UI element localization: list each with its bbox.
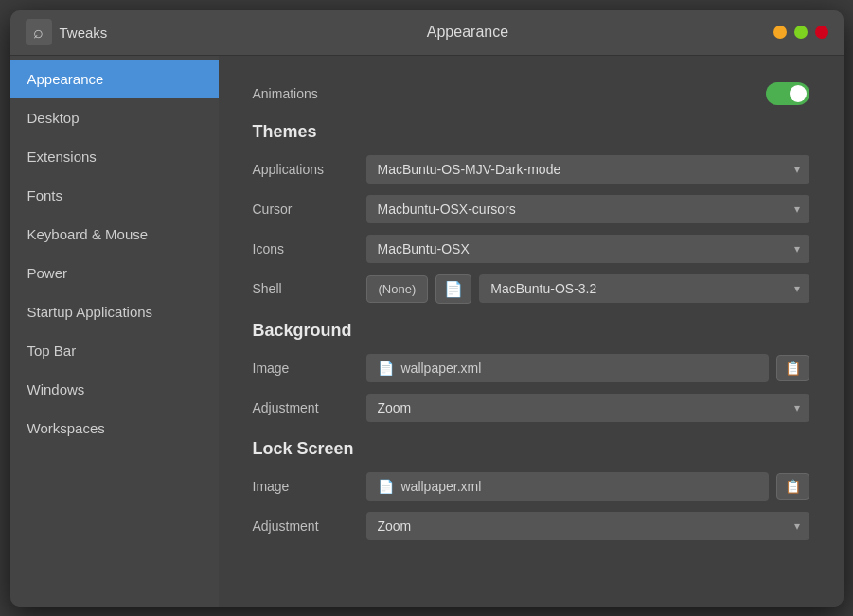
sidebar-item-top-bar[interactable]: Top Bar <box>10 331 219 370</box>
shell-file-icon: 📄 <box>444 280 463 298</box>
ls-image-label: Image <box>253 479 366 494</box>
icons-label: Icons <box>253 241 366 256</box>
animations-row: Animations <box>253 82 809 105</box>
bg-adjustment-controls: Zoom <box>366 394 809 422</box>
page-title: Appearance <box>107 24 827 41</box>
sidebar-item-workspaces[interactable]: Workspaces <box>10 409 219 448</box>
icons-dropdown[interactable]: MacBuntu-OSX <box>366 235 809 263</box>
bg-image-label: Image <box>253 361 366 376</box>
bg-image-row: Image 📄 wallpaper.xml 📋 <box>253 354 809 382</box>
animations-label: Animations <box>253 86 318 101</box>
maximize-button[interactable] <box>794 26 808 39</box>
ls-image-file-icon: 📄 <box>378 479 394 494</box>
cursor-label: Cursor <box>253 202 366 217</box>
bg-image-controls: 📄 wallpaper.xml 📋 <box>366 354 809 382</box>
bg-adjustment-row: Adjustment Zoom <box>253 394 809 422</box>
ls-copy-icon: 📋 <box>785 479 801 494</box>
cursor-dropdown-wrapper: Macbuntu-OSX-cursors <box>366 195 809 223</box>
ls-image-field: 📄 wallpaper.xml <box>366 472 769 501</box>
main-content: Animations Themes Applications MacBuntu-… <box>219 56 844 607</box>
search-icon[interactable] <box>26 19 52 45</box>
ls-image-value: wallpaper.xml <box>401 479 482 494</box>
cursor-row: Cursor Macbuntu-OSX-cursors <box>253 195 809 223</box>
bg-image-copy-button[interactable]: 📋 <box>776 355 809 381</box>
ls-image-controls: 📄 wallpaper.xml 📋 <box>366 472 809 501</box>
icons-row: Icons MacBuntu-OSX <box>253 235 809 263</box>
bg-adjustment-label: Adjustment <box>253 400 366 415</box>
icons-controls: MacBuntu-OSX <box>366 235 809 263</box>
shell-label: Shell <box>253 281 366 296</box>
sidebar-item-keyboard-mouse[interactable]: Keyboard & Mouse <box>10 215 219 254</box>
search-area: Tweaks <box>26 19 108 45</box>
cursor-dropdown[interactable]: Macbuntu-OSX-cursors <box>366 195 809 223</box>
shell-dropdown-wrapper: MacBuntu-OS-3.2 <box>479 274 809 303</box>
sidebar: Appearance Desktop Extensions Fonts Keyb… <box>10 56 219 607</box>
bg-adjustment-dropdown-wrapper: Zoom <box>366 394 809 422</box>
sidebar-item-desktop[interactable]: Desktop <box>10 98 219 137</box>
themes-heading: Themes <box>253 122 809 142</box>
animations-toggle[interactable] <box>766 82 809 105</box>
applications-dropdown[interactable]: MacBuntu-OS-MJV-Dark-mode <box>366 155 809 184</box>
copy-icon: 📋 <box>785 361 801 376</box>
bg-adjustment-dropdown[interactable]: Zoom <box>366 394 809 422</box>
applications-row: Applications MacBuntu-OS-MJV-Dark-mode <box>253 155 809 184</box>
sidebar-item-startup-applications[interactable]: Startup Applications <box>10 292 219 331</box>
bg-image-file-icon: 📄 <box>378 361 394 376</box>
icons-dropdown-wrapper: MacBuntu-OSX <box>366 235 809 263</box>
sidebar-item-extensions[interactable]: Extensions <box>10 137 219 176</box>
ls-adjustment-dropdown-wrapper: Zoom <box>366 512 809 540</box>
applications-controls: MacBuntu-OS-MJV-Dark-mode <box>366 155 809 184</box>
close-button[interactable] <box>815 26 828 39</box>
shell-row: Shell (None) 📄 MacBuntu-OS-3.2 <box>253 274 809 304</box>
app-window: Tweaks Appearance Appearance Desktop Ext… <box>10 10 844 607</box>
bg-image-value: wallpaper.xml <box>401 361 482 376</box>
shell-none-button[interactable]: (None) <box>366 275 429 303</box>
content-area: Appearance Desktop Extensions Fonts Keyb… <box>10 56 844 607</box>
titlebar: Tweaks Appearance <box>10 10 844 56</box>
minimize-button[interactable] <box>773 26 787 39</box>
ls-adjustment-controls: Zoom <box>366 512 809 540</box>
shell-controls: (None) 📄 MacBuntu-OS-3.2 <box>366 274 809 304</box>
applications-label: Applications <box>253 162 366 177</box>
ls-adjustment-label: Adjustment <box>253 519 366 534</box>
shell-file-button[interactable]: 📄 <box>435 274 471 304</box>
sidebar-item-power[interactable]: Power <box>10 254 219 292</box>
bg-image-field: 📄 wallpaper.xml <box>366 354 769 382</box>
background-heading: Background <box>253 321 809 341</box>
sidebar-item-windows[interactable]: Windows <box>10 370 219 409</box>
ls-image-copy-button[interactable]: 📋 <box>776 473 809 500</box>
shell-dropdown[interactable]: MacBuntu-OS-3.2 <box>479 274 809 303</box>
ls-adjustment-row: Adjustment Zoom <box>253 512 809 540</box>
lock-screen-heading: Lock Screen <box>253 439 809 459</box>
ls-image-row: Image 📄 wallpaper.xml 📋 <box>253 472 809 501</box>
applications-dropdown-wrapper: MacBuntu-OS-MJV-Dark-mode <box>366 155 809 184</box>
ls-adjustment-dropdown[interactable]: Zoom <box>366 512 809 540</box>
sidebar-item-fonts[interactable]: Fonts <box>10 176 219 215</box>
window-controls <box>773 26 828 39</box>
cursor-controls: Macbuntu-OSX-cursors <box>366 195 809 223</box>
sidebar-item-appearance[interactable]: Appearance <box>10 60 219 98</box>
app-title: Tweaks <box>60 25 108 41</box>
